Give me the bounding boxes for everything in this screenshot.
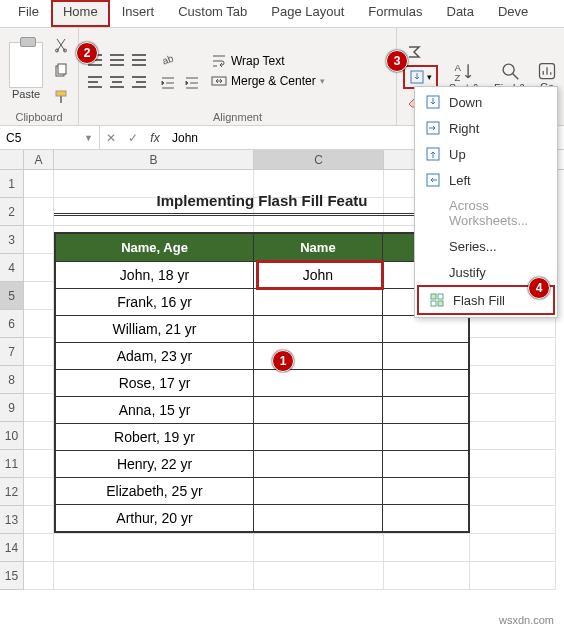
cell-E13[interactable] [470,506,556,534]
ribbon-tabs: File Home Insert Custom Tab Page Layout … [0,0,564,28]
decrease-indent-icon[interactable] [157,72,179,94]
fill-up-item[interactable]: Up [415,141,557,167]
row-header-2[interactable]: 2 [0,198,24,226]
merge-center-button[interactable]: Merge & Center ▾ [211,73,325,89]
fill-down-item[interactable]: Down [415,89,557,115]
fx-icon[interactable]: fx [144,131,166,145]
row-header-4[interactable]: 4 [0,254,24,282]
tab-page-layout[interactable]: Page Layout [259,0,356,27]
arrow-up-icon [425,146,441,162]
cell-A3[interactable] [24,226,54,254]
table-row[interactable]: John, 18 yrJohn [56,261,468,288]
row-header-6[interactable]: 6 [0,310,24,338]
table-row[interactable]: Robert, 19 yr [56,423,468,450]
row-header-1[interactable]: 1 [0,170,24,198]
arrow-left-icon [425,172,441,188]
tab-file[interactable]: File [6,0,51,27]
cell-E10[interactable] [470,422,556,450]
cell-C15[interactable] [254,562,384,590]
callout-3: 3 [386,50,408,72]
cell-A8[interactable] [24,366,54,394]
table-row[interactable]: Elizabeth, 25 yr [56,477,468,504]
cell-A7[interactable] [24,338,54,366]
row-header-15[interactable]: 15 [0,562,24,590]
cell-A11[interactable] [24,450,54,478]
select-all-corner[interactable] [0,150,24,169]
table-row[interactable]: Arthur, 20 yr [56,504,468,531]
copy-icon[interactable] [50,60,72,82]
flash-fill-icon [429,292,445,308]
tab-formulas[interactable]: Formulas [356,0,434,27]
find-icon [499,60,521,82]
cell-A10[interactable] [24,422,54,450]
fill-right-item[interactable]: Right [415,115,557,141]
cell-A5[interactable] [24,282,54,310]
wrap-text-button[interactable]: Wrap Text [211,53,325,69]
tab-custom[interactable]: Custom Tab [166,0,259,27]
tab-insert[interactable]: Insert [110,0,167,27]
row-header-13[interactable]: 13 [0,506,24,534]
cell-B14[interactable] [54,534,254,562]
table-row[interactable]: Henry, 22 yr [56,450,468,477]
cell-A12[interactable] [24,478,54,506]
cell-A6[interactable] [24,310,54,338]
col-header-a[interactable]: A [24,150,54,169]
merge-icon [211,73,227,89]
cell-E14[interactable] [470,534,556,562]
svg-text:Z: Z [454,71,460,81]
cut-icon[interactable] [50,34,72,56]
row-header-10[interactable]: 10 [0,422,24,450]
row-header-12[interactable]: 12 [0,478,24,506]
cell-A13[interactable] [24,506,54,534]
fill-left-item[interactable]: Left [415,167,557,193]
name-box-dropdown-icon: ▼ [84,133,93,143]
paste-button[interactable]: Paste [6,42,46,100]
cell-C14[interactable] [254,534,384,562]
row-header-14[interactable]: 14 [0,534,24,562]
table-row[interactable]: Frank, 16 yr [56,288,468,315]
fill-series-item[interactable]: Series... [415,233,557,259]
clipboard-group-label: Clipboard [6,109,72,123]
cell-E15[interactable] [470,562,556,590]
table-row[interactable]: William, 21 yr [56,315,468,342]
row-header-3[interactable]: 3 [0,226,24,254]
fill-button[interactable]: ▾ [403,65,438,89]
tab-data[interactable]: Data [435,0,486,27]
cell-D14[interactable] [384,534,470,562]
increase-indent-icon[interactable] [181,72,203,94]
tab-developer[interactable]: Deve [486,0,540,27]
paste-label: Paste [12,88,40,100]
cell-A2[interactable] [24,198,54,226]
cell-A1[interactable] [24,170,54,198]
table-row[interactable]: Adam, 23 yr [56,342,468,369]
row-header-7[interactable]: 7 [0,338,24,366]
cell-E8[interactable] [470,366,556,394]
cell-E7[interactable] [470,338,556,366]
row-header-11[interactable]: 11 [0,450,24,478]
row-header-5[interactable]: 5 [0,282,24,310]
col-header-b[interactable]: B [54,150,254,169]
cell-A15[interactable] [24,562,54,590]
cancel-formula-icon[interactable]: ✕ [100,131,122,145]
svg-rect-1 [58,64,66,74]
col-header-c[interactable]: C [254,150,384,169]
orientation-icon[interactable]: ab [157,48,179,70]
cell-D15[interactable] [384,562,470,590]
analyze-icon [537,61,557,81]
cell-A9[interactable] [24,394,54,422]
svg-rect-16 [438,294,443,299]
name-box[interactable]: C5 ▼ [0,126,100,149]
table-row[interactable]: Rose, 17 yr [56,369,468,396]
table-row[interactable]: Anna, 15 yr [56,396,468,423]
format-painter-icon[interactable] [50,86,72,108]
row-header-8[interactable]: 8 [0,366,24,394]
tab-home[interactable]: Home [51,0,110,27]
cell-E9[interactable] [470,394,556,422]
cell-B15[interactable] [54,562,254,590]
cell-E12[interactable] [470,478,556,506]
cell-E11[interactable] [470,450,556,478]
row-header-9[interactable]: 9 [0,394,24,422]
cell-A4[interactable] [24,254,54,282]
cell-A14[interactable] [24,534,54,562]
enter-formula-icon[interactable]: ✓ [122,131,144,145]
